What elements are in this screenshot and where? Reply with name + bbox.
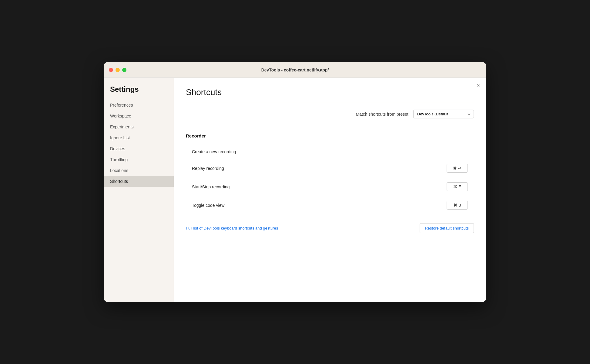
sidebar-item-throttling[interactable]: Throttling [104, 154, 174, 165]
sidebar-item-workspace[interactable]: Workspace [104, 111, 174, 121]
shortcut-list: Create a new recording Replay recording … [186, 144, 474, 214]
sidebar-item-ignore-list[interactable]: Ignore List [104, 132, 174, 143]
main-panel: × Shortcuts Match shortcuts from preset … [174, 78, 486, 302]
page-title: Shortcuts [186, 88, 474, 97]
titlebar-title: DevTools - coffee-cart.netlify.app/ [261, 68, 329, 72]
shortcut-name-toggle-code: Toggle code view [192, 203, 442, 208]
content-area: Settings Preferences Workspace Experimen… [104, 78, 486, 302]
preset-select[interactable]: DevTools (Default) Visual Studio Code [413, 110, 474, 118]
shortcut-key-start-stop[interactable]: ⌘ E [447, 182, 468, 191]
shortcut-key-replay-recording[interactable]: ⌘ ↵ [447, 164, 468, 173]
close-traffic-light[interactable] [109, 68, 113, 72]
preset-label: Match shortcuts from preset [356, 112, 408, 117]
sidebar: Settings Preferences Workspace Experimen… [104, 78, 174, 302]
shortcut-name-start-stop: Start/Stop recording [192, 184, 442, 189]
title-divider [186, 102, 474, 102]
restore-default-shortcuts-button[interactable]: Restore default shortcuts [420, 223, 474, 233]
maximize-traffic-light[interactable] [122, 68, 126, 72]
shortcut-name-new-recording: Create a new recording [192, 149, 468, 154]
devtools-window: DevTools - coffee-cart.netlify.app/ Sett… [104, 62, 486, 302]
shortcut-key-toggle-code[interactable]: ⌘ B [447, 201, 468, 210]
shortcut-row-start-stop: Start/Stop recording ⌘ E [186, 177, 474, 196]
shortcut-row-replay-recording: Replay recording ⌘ ↵ [186, 159, 474, 177]
shortcut-row-new-recording: Create a new recording [186, 144, 474, 159]
preset-row: Match shortcuts from preset DevTools (De… [186, 110, 474, 118]
recorder-section: Recorder Create a new recording Replay r… [186, 133, 474, 214]
sidebar-item-devices[interactable]: Devices [104, 143, 174, 154]
titlebar: DevTools - coffee-cart.netlify.app/ [104, 62, 486, 78]
sidebar-item-shortcuts[interactable]: Shortcuts [104, 176, 174, 187]
sidebar-item-experiments[interactable]: Experiments [104, 121, 174, 132]
minimize-traffic-light[interactable] [116, 68, 120, 72]
shortcut-name-replay-recording: Replay recording [192, 166, 442, 171]
footer-section: Full list of DevTools keyboard shortcuts… [186, 217, 474, 233]
shortcut-row-toggle-code: Toggle code view ⌘ B [186, 196, 474, 214]
section-divider [186, 126, 474, 126]
sidebar-item-preferences[interactable]: Preferences [104, 100, 174, 111]
sidebar-item-locations[interactable]: Locations [104, 165, 174, 176]
close-button[interactable]: × [477, 83, 480, 88]
sidebar-heading: Settings [104, 85, 174, 100]
traffic-lights [109, 68, 126, 72]
recorder-section-title: Recorder [186, 133, 474, 138]
full-list-link[interactable]: Full list of DevTools keyboard shortcuts… [186, 226, 278, 230]
